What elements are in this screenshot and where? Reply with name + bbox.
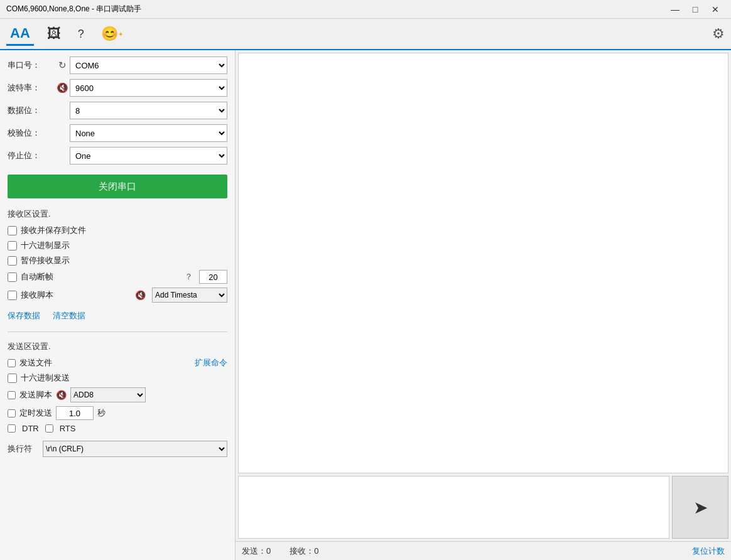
hex-send-row: 十六进制发送 (8, 372, 227, 384)
send-count-label: 发送：0 (242, 546, 271, 557)
auto-frame-row: 自动断帧 ？ (8, 270, 227, 284)
baud-row: 波特率： 🔇 9600 115200 57600 38400 (8, 79, 227, 97)
image-button[interactable]: 🖼 (43, 23, 65, 45)
recv-script-row: 接收脚本 🔇 Add Timesta (8, 288, 227, 303)
window-controls: — □ ✕ (666, 3, 725, 16)
help-icon: ? (78, 28, 84, 41)
baud-label: 波特率： (8, 82, 55, 94)
font-icon: AA (10, 25, 30, 41)
hex-send-checkbox[interactable] (8, 374, 17, 383)
hex-display-checkbox[interactable] (8, 241, 17, 250)
recv-count-label: 接收：0 (290, 546, 318, 557)
stop-label: 停止位： (8, 150, 55, 161)
save-to-file-label: 接收并保存到文件 (21, 225, 86, 236)
close-button[interactable]: ✕ (706, 3, 725, 16)
emoji-icon: 😊 (101, 26, 118, 42)
save-data-button[interactable]: 保存数据 (8, 310, 40, 321)
emoji-button[interactable]: 😊 ✦ (97, 23, 127, 45)
recv-script-label: 接收脚本 (21, 289, 53, 301)
parity-row: 校验位： None Even Odd (8, 124, 227, 142)
data-bits-row: 数据位： 8 7 6 5 (8, 102, 227, 119)
send-section-title: 发送区设置. (8, 341, 227, 352)
dtr-checkbox[interactable] (8, 424, 16, 433)
gear-icon: ⚙ (712, 26, 725, 41)
recv-script-select[interactable]: Add Timesta (152, 288, 227, 303)
dtr-rts-row: DTR RTS (8, 424, 227, 433)
parity-select[interactable]: None Even Odd (70, 124, 227, 142)
stop-bits-row: 停止位： One Two OnePointFive (8, 147, 227, 164)
help-button[interactable]: ? (74, 25, 88, 43)
right-panel: ➤ 发送：0 接收：0 复位计数 (236, 50, 731, 560)
status-bar: 发送：0 接收：0 复位计数 (236, 541, 731, 560)
receive-section-title: 接收区设置. (8, 208, 227, 220)
save-to-file-checkbox[interactable] (8, 226, 17, 235)
send-button[interactable]: ➤ (672, 476, 728, 539)
main-layout: 串口号： ↻ COM6 COM1 COM2 COM3 波特率： 🔇 9600 1… (0, 50, 731, 560)
pause-display-label: 暂停接收显示 (21, 255, 70, 266)
timer-input[interactable]: 1.0 (56, 406, 94, 420)
refresh-icon[interactable]: ↻ (55, 60, 70, 71)
send-script-mute-icon: 🔇 (56, 390, 67, 400)
recv-script-icon: 🔇 (135, 290, 146, 300)
port-row: 串口号： ↻ COM6 COM1 COM2 COM3 (8, 57, 227, 74)
receive-display-area[interactable] (238, 53, 728, 473)
reset-count-button[interactable]: 复位计数 (692, 546, 725, 557)
expand-cmd-button[interactable]: 扩展命令 (195, 357, 227, 369)
send-script-checkbox[interactable] (8, 391, 16, 399)
hex-display-row: 十六进制显示 (8, 240, 227, 251)
send-file-checkbox[interactable] (8, 359, 16, 367)
hex-send-label: 十六进制发送 (21, 372, 70, 384)
parity-label: 校验位： (8, 127, 55, 139)
data-select[interactable]: 8 7 6 5 (70, 102, 227, 119)
send-script-select[interactable]: ADD8 (70, 387, 146, 402)
auto-frame-label: 自动断帧 (21, 271, 53, 283)
toolbar: AA 🖼 ? 😊 ✦ ⚙ (0, 19, 731, 50)
baud-select[interactable]: 9600 115200 57600 38400 (70, 79, 227, 97)
send-arrow-icon: ➤ (693, 497, 708, 518)
font-button[interactable]: AA (6, 23, 34, 46)
close-port-button[interactable]: 关闭串口 (8, 175, 227, 198)
save-to-file-row: 接收并保存到文件 (8, 225, 227, 236)
auto-frame-help-icon: ？ (185, 271, 193, 283)
timer-send-checkbox[interactable] (8, 409, 16, 417)
maximize-button[interactable]: □ (686, 3, 705, 16)
data-label: 数据位： (8, 105, 55, 116)
newline-label: 换行符 (8, 443, 39, 455)
auto-frame-checkbox[interactable] (8, 272, 17, 282)
recv-script-checkbox[interactable] (8, 291, 17, 300)
timer-send-label: 定时发送 (19, 407, 52, 419)
mute-icon: 🔇 (55, 82, 70, 94)
section-divider (8, 331, 227, 332)
send-textarea[interactable] (238, 476, 669, 539)
newline-select[interactable]: \r\n (CRLF) \n (LF) \r (CR) None (43, 441, 227, 457)
window-title: COM6,9600,None,8,One - 串口调试助手 (6, 4, 141, 14)
settings-button[interactable]: ⚙ (712, 26, 725, 42)
timer-row: 定时发送 1.0 秒 (8, 406, 227, 420)
auto-frame-input[interactable] (199, 270, 227, 284)
dtr-label: DTR (22, 424, 39, 433)
send-file-label: 发送文件 (19, 357, 52, 369)
pause-display-checkbox[interactable] (8, 256, 17, 266)
data-links: 保存数据 清空数据 (8, 310, 227, 321)
minimize-button[interactable]: — (666, 3, 685, 16)
image-icon: 🖼 (47, 26, 61, 42)
left-panel: 串口号： ↻ COM6 COM1 COM2 COM3 波特率： 🔇 9600 1… (0, 50, 236, 560)
send-script-row: 发送脚本 🔇 ADD8 (8, 387, 227, 402)
send-area-container: ➤ (238, 476, 728, 539)
port-label: 串口号： (8, 60, 55, 71)
rts-label: RTS (60, 424, 76, 433)
stop-select[interactable]: One Two OnePointFive (70, 147, 227, 164)
port-select[interactable]: COM6 COM1 COM2 COM3 (70, 57, 227, 74)
newline-row: 换行符 \r\n (CRLF) \n (LF) \r (CR) None (8, 441, 227, 457)
pause-display-row: 暂停接收显示 (8, 255, 227, 266)
clear-data-button[interactable]: 清空数据 (53, 310, 85, 321)
send-script-label: 发送脚本 (19, 389, 52, 401)
title-bar: COM6,9600,None,8,One - 串口调试助手 — □ ✕ (0, 0, 731, 19)
rts-checkbox[interactable] (45, 424, 53, 433)
timer-unit: 秒 (97, 407, 106, 419)
hex-display-label: 十六进制显示 (21, 240, 70, 251)
send-file-row: 发送文件 扩展命令 (8, 357, 227, 369)
